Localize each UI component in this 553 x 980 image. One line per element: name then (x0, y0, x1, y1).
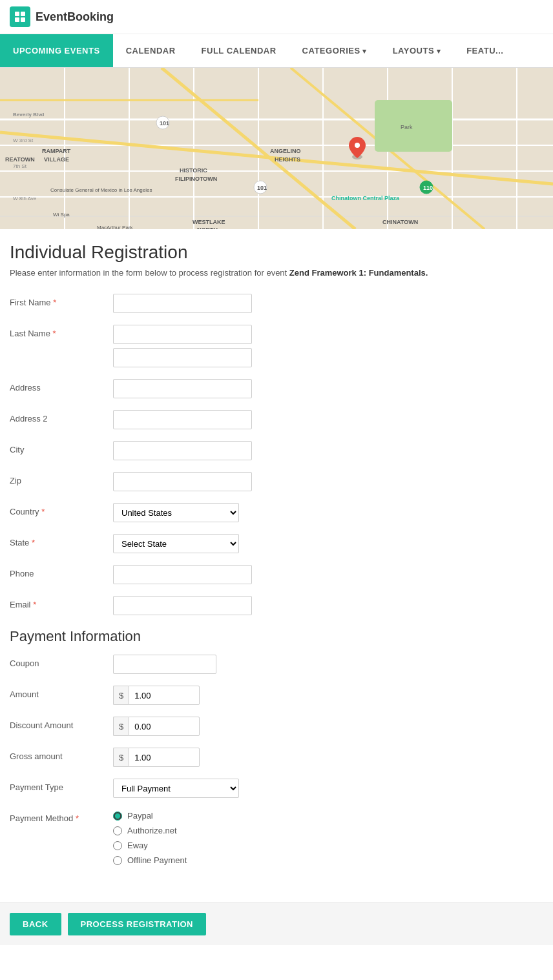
amount-currency-symbol: $ (113, 686, 129, 705)
page-subtitle: Please enter information in the form bel… (10, 268, 543, 278)
svg-rect-2 (15, 17, 19, 22)
amount-input[interactable] (129, 686, 200, 705)
nav-item-upcoming[interactable]: UPCOMING EVENTS (0, 34, 113, 67)
svg-text:101: 101 (257, 185, 267, 191)
svg-text:MacArthur Park: MacArthur Park (97, 225, 134, 229)
address2-input[interactable] (113, 410, 252, 429)
svg-text:Beverly Blvd: Beverly Blvd (13, 112, 45, 117)
coupon-input[interactable] (113, 655, 216, 674)
zip-label: Zip (10, 472, 113, 485)
svg-text:Consulate General of Mexico in: Consulate General of Mexico in Los Angel… (50, 187, 152, 193)
country-select[interactable]: United States Canada United Kingdom Aust… (113, 503, 239, 522)
gross-currency-symbol: $ (113, 748, 129, 767)
svg-text:Wi Spa: Wi Spa (53, 212, 70, 218)
phone-input[interactable] (113, 565, 252, 584)
svg-rect-0 (15, 12, 19, 16)
svg-text:ANGELINO: ANGELINO (270, 148, 301, 154)
phone-label: Phone (10, 565, 113, 578)
paypal-radio[interactable] (113, 812, 122, 821)
svg-text:FILIPINOTOWN: FILIPINOTOWN (175, 176, 217, 182)
offline-radio[interactable] (113, 856, 122, 865)
email-input[interactable] (113, 596, 252, 615)
discount-row: Discount Amount $ (10, 717, 543, 736)
registration-form: First Name * Last Name * Address (10, 294, 543, 865)
svg-text:110: 110 (423, 185, 433, 191)
city-row: City (10, 441, 543, 460)
discount-input[interactable] (129, 717, 200, 736)
eway-radio[interactable] (113, 841, 122, 850)
back-button[interactable]: BACK (10, 913, 61, 935)
event-name: Zend Framework 1: Fundamentals. (289, 268, 428, 278)
address-input[interactable] (113, 379, 252, 398)
svg-text:WESTLAKE: WESTLAKE (193, 219, 225, 225)
payment-method-eway[interactable]: Eway (113, 841, 543, 850)
payment-method-label: Payment Method * (10, 810, 113, 823)
svg-text:VILLAGE: VILLAGE (44, 156, 69, 163)
state-row: State * Select State Alabama Alaska Ariz… (10, 534, 543, 553)
payment-method-authorize[interactable]: Authorize.net (113, 826, 543, 835)
nav-item-layouts[interactable]: LAYOUTS (380, 34, 454, 67)
nav-item-categories[interactable]: CATEGORIES (289, 34, 380, 67)
last-name-label: Last Name * (10, 325, 113, 338)
zip-input[interactable] (113, 472, 252, 491)
svg-rect-3 (21, 17, 25, 22)
svg-text:W 8th Ave: W 8th Ave (13, 196, 37, 201)
discount-label: Discount Amount (10, 717, 113, 730)
country-label: Country * (10, 503, 113, 516)
address2-label: Address 2 (10, 410, 113, 424)
svg-text:Chinatown Central Plaza: Chinatown Central Plaza (331, 195, 400, 201)
phone-row: Phone (10, 565, 543, 584)
svg-point-51 (355, 143, 360, 148)
gross-label: Gross amount (10, 748, 113, 761)
main-content: Individual Registration Please enter inf… (0, 229, 553, 903)
address2-row: Address 2 (10, 410, 543, 429)
svg-text:RAMPART: RAMPART (42, 148, 71, 154)
amount-row: Amount $ (10, 686, 543, 705)
svg-rect-1 (21, 12, 25, 16)
authorize-radio[interactable] (113, 826, 122, 835)
discount-currency-symbol: $ (113, 717, 129, 736)
state-select[interactable]: Select State Alabama Alaska Arizona Cali… (113, 534, 239, 553)
logo-icon (10, 6, 30, 27)
payment-section-title: Payment Information (10, 628, 543, 645)
svg-text:Park: Park (401, 124, 413, 130)
amount-label: Amount (10, 686, 113, 699)
last-name-input[interactable] (113, 325, 252, 344)
payment-method-row: Payment Method * Paypal Authorize.net Ew… (10, 810, 543, 865)
coupon-label: Coupon (10, 655, 113, 668)
brand-name: EventBooking (36, 10, 114, 24)
page-title: Individual Registration (10, 242, 543, 263)
last-name-row: Last Name * (10, 325, 543, 367)
svg-text:REATOWN: REATOWN (5, 156, 35, 163)
payment-method-offline[interactable]: Offline Payment (113, 855, 543, 865)
gross-input[interactable] (129, 748, 200, 767)
first-name-input[interactable] (113, 294, 252, 313)
svg-rect-22 (375, 100, 452, 152)
nav-item-calendar[interactable]: CALENDAR (113, 34, 189, 67)
payment-type-label: Payment Type (10, 779, 113, 792)
payment-method-group: Paypal Authorize.net Eway Offline Paymen… (113, 811, 543, 865)
svg-text:CHINATOWN: CHINATOWN (382, 219, 418, 225)
nav-item-full-calendar[interactable]: FULL CALENDAR (189, 34, 289, 67)
footer-buttons: BACK PROCESS REGISTRATION (0, 903, 553, 945)
svg-text:W 3rd St: W 3rd St (13, 138, 34, 143)
payment-type-select[interactable]: Full Payment Partial Payment (113, 779, 239, 798)
address-row: Address (10, 379, 543, 398)
city-input[interactable] (113, 441, 252, 460)
zip-row: Zip (10, 472, 543, 491)
email-label: Email * (10, 596, 113, 609)
process-registration-button[interactable]: PROCESS REGISTRATION (68, 913, 206, 935)
first-name-row: First Name * (10, 294, 543, 313)
address-label: Address (10, 379, 113, 393)
state-label: State * (10, 534, 113, 547)
svg-text:7th St: 7th St (13, 163, 27, 169)
last-name-extra-input[interactable] (113, 348, 252, 367)
svg-text:NORTH: NORTH (197, 227, 218, 229)
payment-method-paypal[interactable]: Paypal (113, 811, 543, 821)
gross-row: Gross amount $ (10, 748, 543, 767)
svg-text:HEIGHTS: HEIGHTS (275, 156, 300, 163)
svg-text:101: 101 (160, 120, 169, 127)
first-name-label: First Name * (10, 294, 113, 307)
nav-item-features[interactable]: FEATU... (454, 34, 516, 67)
map: Park Beverly Blvd W 3rd St 7th St W 8th … (0, 68, 553, 229)
